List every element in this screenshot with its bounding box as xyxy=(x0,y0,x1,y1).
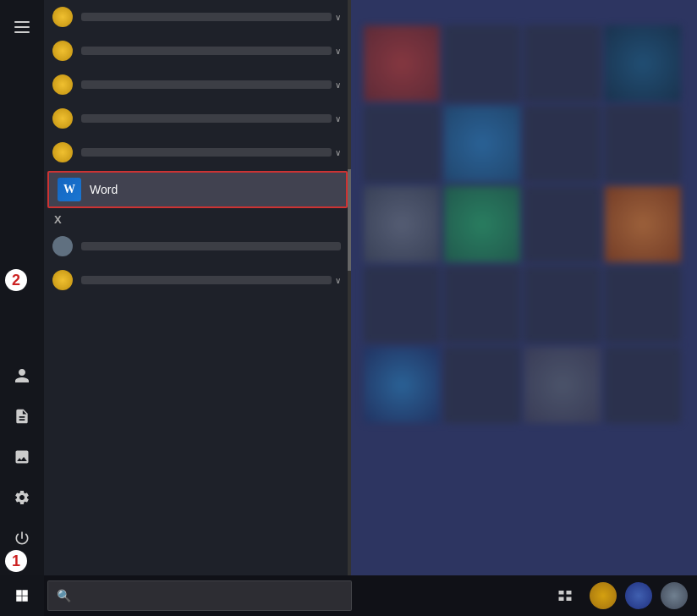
start-button[interactable] xyxy=(0,575,44,616)
taskbar-app-circle-2[interactable] xyxy=(625,582,652,609)
word-icon: W xyxy=(58,178,81,201)
app-label-blurred-1 xyxy=(81,13,332,21)
taskbar-app-circle-1[interactable] xyxy=(590,582,617,609)
hamburger-button[interactable] xyxy=(0,7,44,47)
app-label-blurred-6 xyxy=(81,242,341,250)
list-item[interactable]: ∨ xyxy=(44,0,351,34)
app-label-blurred-4 xyxy=(81,114,332,123)
taskbar-app-circle-3[interactable] xyxy=(661,582,688,609)
word-app-item[interactable]: W Word xyxy=(47,171,348,208)
app-label-blurred-7 xyxy=(81,276,332,284)
expand-icon-2: ∨ xyxy=(335,47,341,56)
word-app-label: Word xyxy=(90,183,338,196)
start-menu: ∨ ∨ ∨ ∨ ∨ W Word X xyxy=(0,0,351,575)
app-icon-5 xyxy=(52,142,73,162)
app-icon-1 xyxy=(52,7,73,27)
section-divider-x: X xyxy=(44,210,351,229)
app-label-blurred-5 xyxy=(81,148,332,157)
scrollbar-thumb[interactable] xyxy=(348,169,351,271)
step-label-2: 2 xyxy=(5,269,27,291)
task-view-button[interactable] xyxy=(546,577,584,614)
hamburger-line-3 xyxy=(14,31,30,33)
step-label-1: 1 xyxy=(5,550,27,572)
list-item[interactable]: ∨ xyxy=(44,34,351,68)
document-icon[interactable] xyxy=(2,396,42,437)
list-item[interactable]: ∨ xyxy=(44,263,351,297)
list-item[interactable] xyxy=(44,229,351,263)
app-icon-7 xyxy=(52,270,73,290)
search-icon: 🔍 xyxy=(57,589,71,602)
expand-icon-6: ∨ xyxy=(335,276,341,285)
expand-icon-1: ∨ xyxy=(335,13,341,22)
apps-list[interactable]: ∨ ∨ ∨ ∨ ∨ W Word X xyxy=(44,0,351,575)
expand-icon-4: ∨ xyxy=(335,114,341,124)
taskbar: 🔍 xyxy=(0,575,697,616)
list-item[interactable]: ∨ xyxy=(44,102,351,135)
app-icon-4 xyxy=(52,108,73,129)
list-item[interactable]: ∨ xyxy=(44,68,351,102)
taskbar-right xyxy=(546,577,697,614)
app-label-blurred-2 xyxy=(81,47,332,55)
user-icon[interactable] xyxy=(2,355,42,396)
expand-icon-3: ∨ xyxy=(335,80,341,90)
hamburger-line-2 xyxy=(14,26,30,28)
app-icon-6 xyxy=(52,236,73,256)
photos-icon[interactable] xyxy=(2,437,42,477)
app-icon-2 xyxy=(52,41,73,61)
app-icon-3 xyxy=(52,74,73,95)
expand-icon-5: ∨ xyxy=(335,148,341,157)
list-item[interactable]: ∨ xyxy=(44,135,351,169)
scrollbar-track xyxy=(348,0,351,575)
settings-icon[interactable] xyxy=(2,477,42,518)
app-label-blurred-3 xyxy=(81,80,332,89)
search-bar[interactable]: 🔍 xyxy=(47,580,352,611)
hamburger-line-1 xyxy=(14,21,30,23)
